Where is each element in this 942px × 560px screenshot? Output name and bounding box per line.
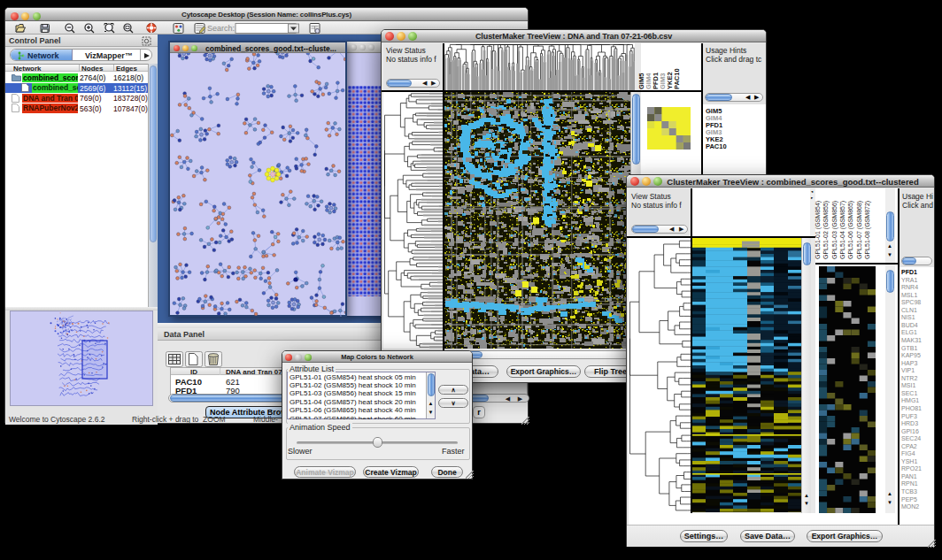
svg-text:Search:: Search: [207, 24, 235, 33]
